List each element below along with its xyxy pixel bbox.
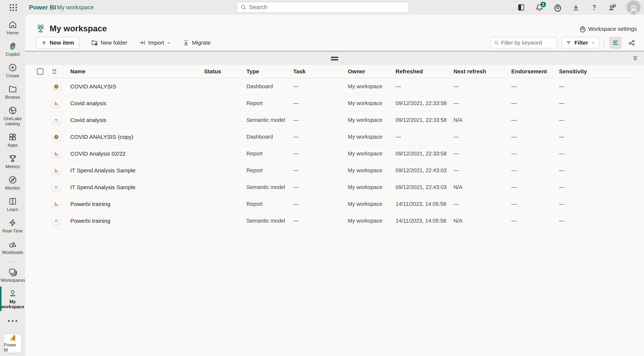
sidebar-item-my-workspace[interactable]: My workspace [0, 289, 25, 309]
table-row[interactable]: Covid analysis Semantic model — My works… [36, 112, 638, 129]
workspace-settings-button[interactable]: Workspace settings [579, 26, 637, 32]
search-icon [494, 40, 499, 46]
select-all-checkbox[interactable] [37, 68, 44, 75]
person-icon [8, 289, 17, 298]
migrate-button[interactable]: Migrate [183, 39, 211, 46]
semantic-model-icon [52, 216, 61, 225]
table-row[interactable]: COVID Analysis 02/22 Report — My workspa… [36, 145, 638, 162]
item-name-link[interactable]: Covid analysis [70, 100, 204, 107]
item-sensitivity: — [559, 167, 638, 174]
item-sensitivity: — [559, 117, 638, 123]
import-icon [139, 39, 146, 46]
item-name-link[interactable]: COVID ANALYSIS [70, 83, 204, 90]
filter-lines-icon [566, 40, 572, 46]
global-search[interactable] [237, 2, 409, 13]
table-row[interactable]: Covid analysis Report — My workspace 09/… [36, 95, 638, 112]
import-button[interactable]: Import [139, 39, 171, 46]
sidebar-item-create[interactable]: Create [0, 63, 25, 78]
column-header-task[interactable]: Task [293, 68, 348, 75]
new-folder-button[interactable]: New folder [91, 39, 127, 46]
sidebar-item-workloads[interactable]: Workloads [0, 240, 25, 255]
column-header-sensitivity[interactable]: Sensitivity [559, 68, 638, 75]
sidebar-item-browse[interactable]: Browse [0, 84, 25, 100]
item-type: Semantic model [246, 184, 293, 190]
item-endorsement: — [511, 201, 559, 207]
folder-add-icon [91, 39, 98, 46]
side-pane-toggle-button[interactable] [517, 3, 526, 12]
download-button[interactable] [572, 3, 580, 12]
column-header-next-refresh[interactable]: Next refresh [454, 68, 511, 75]
search-icon [240, 4, 246, 10]
item-refreshed: 09/12/2021, 22:33:58 [396, 117, 454, 123]
filter-keyword-input[interactable] [501, 40, 554, 46]
settings-button[interactable] [554, 3, 562, 12]
app-launcher-icon[interactable] [10, 4, 17, 11]
column-header-status[interactable]: Status [204, 68, 246, 75]
item-name-link[interactable]: COVID Analysis 02/22 [70, 151, 204, 157]
book-icon [8, 197, 17, 206]
sidebar-item-monitor[interactable]: Monitor [0, 175, 25, 190]
item-endorsement: — [511, 218, 559, 224]
filter-keyword-box[interactable] [490, 37, 557, 48]
item-endorsement: — [511, 134, 559, 140]
lineage-view-button[interactable] [626, 38, 637, 48]
item-endorsement: — [511, 117, 559, 123]
table-row[interactable]: IT Spend Analysis Sample Semantic model … [36, 179, 638, 196]
table-row[interactable]: COVID ANALYSIS (copy) Dashboard — My wor… [36, 129, 638, 145]
trophy-icon [8, 154, 17, 163]
breadcrumb[interactable]: My workspace [57, 4, 94, 11]
account-avatar[interactable] [626, 0, 641, 15]
notifications-button[interactable]: 1 [535, 3, 544, 12]
column-header-endorsement[interactable]: Endorsement [511, 68, 559, 75]
table-row[interactable]: Powerbi training Report — My workspace 1… [36, 196, 638, 212]
item-owner: My workspace [348, 100, 396, 106]
resize-handle[interactable] [331, 57, 338, 62]
item-name-link[interactable]: Powerbi training [70, 201, 204, 207]
table-header: Name Status Type Task Owner Refreshed Ne… [36, 65, 638, 78]
item-next-refresh: N/A [454, 184, 511, 190]
sidebar-item-real-time[interactable]: Real-Time [0, 218, 25, 233]
search-input[interactable] [249, 4, 406, 11]
table-row[interactable]: IT Spend Analysis Sample Report — My wor… [36, 162, 638, 179]
filter-button[interactable]: Filter [562, 37, 599, 48]
column-header-owner[interactable]: Owner [348, 68, 396, 75]
powerbi-app-card[interactable]: Power BI [4, 334, 21, 353]
shapes-icon [8, 240, 17, 249]
sidebar-item-onelake-catalog[interactable]: OneLake catalog [0, 106, 25, 126]
item-name-link[interactable]: IT Spend Analysis Sample [70, 184, 204, 190]
item-task: — [293, 151, 348, 157]
table-row[interactable]: COVID ANALYSIS Dashboard — My workspace … [36, 78, 638, 95]
home-icon [8, 20, 17, 29]
sidebar-item-metrics[interactable]: Metrics [0, 154, 25, 169]
sidebar-item-copilot[interactable]: Copilot [0, 42, 25, 57]
dashboard-icon [52, 82, 61, 91]
item-type: Report [246, 167, 293, 174]
help-button[interactable] [590, 3, 598, 12]
powerbi-logo-text[interactable]: Power BI [29, 4, 56, 11]
item-sensitivity: — [559, 184, 638, 190]
item-task: — [293, 100, 348, 106]
item-endorsement: — [511, 100, 559, 106]
item-name-link[interactable]: Powerbi training [70, 218, 204, 224]
table-row[interactable]: Powerbi training Semantic model — My wor… [36, 212, 638, 229]
feedback-icon [608, 3, 616, 12]
item-name-link[interactable]: IT Spend Analysis Sample [70, 167, 204, 174]
taskflow-collapse-band [25, 51, 644, 65]
feedback-button[interactable] [608, 3, 617, 12]
column-header-type[interactable]: Type [246, 68, 293, 75]
list-view-toggle[interactable] [609, 37, 622, 49]
item-name-link[interactable]: COVID ANALYSIS (copy) [70, 134, 204, 140]
column-header-name[interactable]: Name [70, 68, 204, 75]
sidebar-item-workspaces[interactable]: Workspaces [0, 267, 25, 283]
items-table: Name Status Type Task Owner Refreshed Ne… [36, 65, 638, 229]
item-type: Report [246, 201, 293, 207]
sidebar-item-apps[interactable]: Apps [0, 132, 25, 148]
sidebar-more-button[interactable] [8, 320, 17, 322]
column-header-refreshed[interactable]: Refreshed [396, 68, 454, 75]
sidebar-item-learn[interactable]: Learn [0, 197, 25, 212]
item-name-link[interactable]: Covid analysis [70, 117, 204, 123]
new-item-button[interactable]: New item [36, 37, 80, 49]
collapse-chevron-button[interactable] [631, 55, 639, 63]
item-type: Semantic model [246, 117, 293, 123]
sidebar-item-home[interactable]: Home [0, 20, 25, 35]
